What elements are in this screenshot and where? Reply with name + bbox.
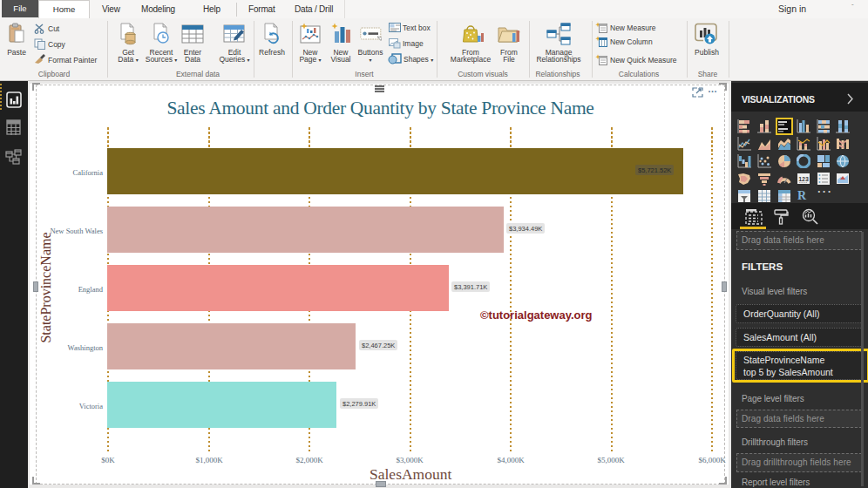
svg-text:123: 123 [798, 176, 809, 182]
